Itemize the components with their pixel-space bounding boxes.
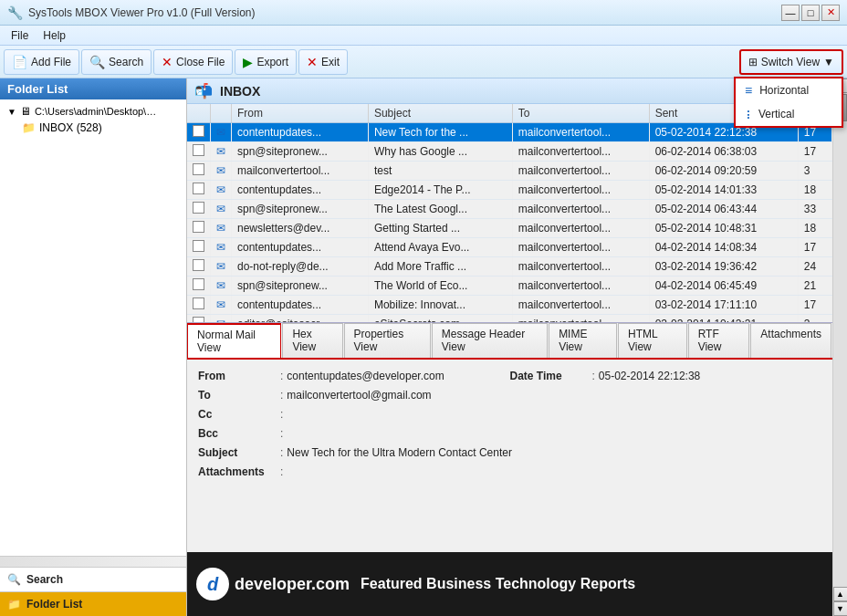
email-detail: From : contentupdates@developer.com Date… [187,360,832,552]
sidebar-folder-tab[interactable]: 📁 Folder List [0,592,186,616]
search-button[interactable]: 🔍 Search [81,49,152,75]
view-tab-mime[interactable]: MIME View [549,323,617,358]
table-row[interactable]: ✉ contentupdates... Attend Avaya Evo... … [187,238,832,257]
menu-file[interactable]: File [4,27,36,44]
th-from[interactable]: From [232,104,369,123]
sidebar: Folder List ▼ 🖥 C:\Users\admin\Desktop\N… [0,78,187,616]
root-folder-item[interactable]: ▼ 🖥 C:\Users\admin\Desktop\Nisl [4,103,183,120]
table-row[interactable]: ✉ mailconvertertool... test mailconverte… [187,162,832,181]
email-checkbox[interactable] [193,259,204,271]
email-checkbox[interactable] [193,278,204,290]
sidebar-bottom-tabs: 🔍 Search 📁 Folder List [0,567,186,616]
switch-view-button[interactable]: ⊞ Switch View ▼ [739,49,843,75]
sidebar-search-tab[interactable]: 🔍 Search [0,568,186,592]
search-tab-label: Search [26,573,63,586]
email-to: mailconvertertool... [512,219,649,238]
email-envelope-icon: ✉ [216,298,225,311]
email-from: spn@sitepronew... [232,200,369,219]
datetime-value: 05-02-2014 22:12:38 [599,370,821,382]
email-checkbox-cell[interactable] [187,277,211,296]
maximize-button[interactable]: □ [801,5,820,21]
email-checkbox[interactable] [193,240,204,252]
table-row[interactable]: ✉ spn@sitepronew... The Latest Googl... … [187,200,832,219]
from-label: From [198,370,280,382]
email-checkbox[interactable] [193,298,204,309]
table-row[interactable]: ✉ spn@sitepronew... Why has Google ... m… [187,142,832,162]
vertical-icon: ⫶ [745,107,751,121]
scroll-down-arrow-2[interactable]: ▼ [833,601,848,616]
inbox-folder-item[interactable]: 📁 INBOX (528) [4,120,183,136]
email-checkbox-cell[interactable] [187,162,211,181]
table-row[interactable]: ✉ contentupdates... Mobilize: Innovat...… [187,296,832,315]
export-label: Export [256,56,288,68]
right-scrollbar[interactable]: ▲ ▲ ▼ [832,78,847,616]
minimize-button[interactable]: — [781,5,800,21]
scroll-down-arrow-1[interactable]: ▲ [833,587,848,601]
table-row[interactable]: ✉ newsletters@dev... Getting Started ...… [187,219,832,238]
close-button[interactable]: ✕ [821,5,840,21]
close-file-label: Close File [176,56,225,68]
exit-button[interactable]: ✕ Exit [298,49,348,75]
horizontal-view-option[interactable]: ≡ Horizontal [736,78,842,102]
view-tab-normal-mail[interactable]: Normal Mail View [187,323,281,358]
view-tab-message-header[interactable]: Message Header View [432,323,548,358]
email-checkbox[interactable] [193,125,204,137]
email-checkbox[interactable] [193,183,204,194]
window-controls: — □ ✕ [781,5,840,21]
email-sent: 04-02-2014 06:45:49 [649,277,798,296]
export-icon: ▶ [243,55,253,69]
th-to[interactable]: To [512,104,649,123]
email-envelope-icon: ✉ [216,126,225,139]
bcc-label: Bcc [198,427,280,440]
table-row[interactable]: ✉ spn@sitepronew... The World of Eco... … [187,277,832,296]
view-tab-html[interactable]: HTML View [618,323,687,358]
email-checkbox-cell[interactable] [187,238,211,257]
email-checkbox[interactable] [193,202,204,214]
vertical-view-option[interactable]: ⫶ Vertical [736,102,842,126]
email-checkbox-cell[interactable] [187,200,211,219]
email-checkbox[interactable] [193,221,204,233]
email-re: 18 [798,219,831,238]
close-file-button[interactable]: ✕ Close File [153,49,233,75]
menu-help[interactable]: Help [36,27,73,44]
detail-to-row: To : mailconvertertool@gmail.com [198,386,821,405]
email-subject: Attend Avaya Evo... [368,238,512,257]
export-button[interactable]: ▶ Export [235,49,297,75]
table-row[interactable]: ✉ do-not-reply@de... Add More Traffic ..… [187,257,832,277]
view-tab-rtf[interactable]: RTF View [688,323,750,358]
email-checkbox-cell[interactable] [187,181,211,200]
dev-d-icon: d [207,574,218,595]
email-checkbox-cell[interactable] [187,257,211,277]
scroll-track[interactable] [833,93,848,587]
th-subject[interactable]: Subject [368,104,512,123]
email-sent: 05-02-2014 10:48:31 [649,219,798,238]
email-table-container[interactable]: From Subject To Sent Re ✉ contentupdates… [187,104,832,323]
email-icon-cell: ✉ [211,200,232,219]
email-icon-cell: ✉ [211,238,232,257]
switch-view-dropdown: ≡ Horizontal ⫶ Vertical [734,77,843,128]
to-label: To [198,389,280,402]
exit-label: Exit [321,56,340,68]
view-tab-properties[interactable]: Properties View [344,323,431,358]
sidebar-scrollbar[interactable] [0,556,186,567]
email-checkbox[interactable] [193,317,204,323]
add-file-button[interactable]: 📄 Add File [4,49,79,75]
inbox-folder-label: INBOX (528) [39,121,102,134]
email-checkbox[interactable] [193,163,204,175]
to-value: mailconvertertool@gmail.com [287,389,821,402]
email-checkbox[interactable] [193,144,204,156]
search-label: Search [109,56,143,68]
email-checkbox-cell[interactable] [187,315,211,324]
email-checkbox-cell[interactable] [187,219,211,238]
email-checkbox-cell[interactable] [187,123,211,142]
dev-logo: d developer.com [196,568,350,600]
main-layout: Folder List ▼ 🖥 C:\Users\admin\Desktop\N… [0,78,847,616]
table-row[interactable]: ✉ editor@esitesecr... eSiteSecrets.com .… [187,315,832,324]
email-sent: 02-02-2014 10:42:21 [649,315,798,324]
email-checkbox-cell[interactable] [187,296,211,315]
table-row[interactable]: ✉ contentupdates... Edge2014 - The P... … [187,181,832,200]
view-tab-attachments[interactable]: Attachments [750,323,831,358]
view-tab-hex[interactable]: Hex View [282,323,342,358]
email-checkbox-cell[interactable] [187,142,211,162]
email-sent: 06-02-2014 09:20:59 [649,162,798,181]
